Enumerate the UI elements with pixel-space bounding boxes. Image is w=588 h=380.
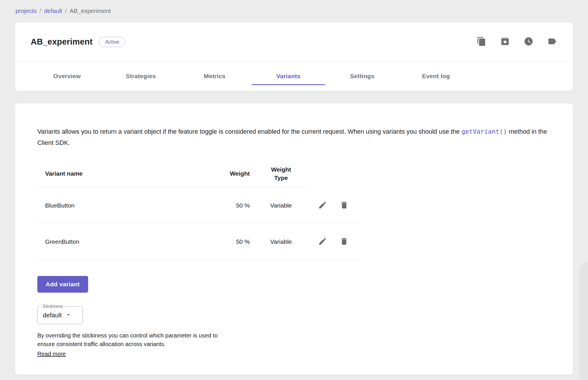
breadcrumb-link-default[interactable]: default — [44, 7, 62, 14]
archive-button[interactable] — [500, 37, 510, 47]
status-badge: Active — [99, 37, 125, 47]
delete-variant-button[interactable] — [340, 201, 349, 210]
tab-event-log[interactable]: Event log — [399, 62, 473, 91]
breadcrumb-current: AB_experiment — [69, 7, 111, 14]
read-more-link[interactable]: Read more — [37, 351, 66, 357]
variants-table: Variant name Weight Weight Type BlueButt… — [37, 160, 360, 260]
archive-icon — [500, 37, 510, 47]
column-header-variant-name: Variant name — [37, 160, 218, 187]
copy-button[interactable] — [476, 37, 487, 47]
tab-metrics[interactable]: Metrics — [178, 62, 252, 91]
tag-button[interactable] — [547, 37, 557, 47]
stickiness-value: default — [43, 312, 62, 319]
tab-variants[interactable]: Variants — [252, 62, 325, 91]
breadcrumb: projects / default / AB_experiment — [0, 0, 588, 14]
cropped-floating-widget — [579, 262, 588, 380]
variants-table-body: BlueButton 50 % Variable — [37, 187, 360, 260]
variant-weight: 50 % — [218, 187, 256, 224]
table-row: BlueButton 50 % Variable — [37, 187, 360, 224]
page-title: AB_experiment — [31, 37, 92, 47]
feature-tabbar: Overview Strategies Metrics Variants Set… — [15, 61, 573, 91]
edit-variant-button[interactable] — [318, 201, 327, 210]
feature-header-row: AB_experiment Active — [15, 22, 573, 61]
column-header-weight-type: Weight Type — [256, 160, 307, 187]
edit-variant-button[interactable] — [318, 237, 327, 247]
variants-description-text: Variants allows you to return a variant … — [37, 128, 460, 135]
variants-panel: Variants allows you to return a variant … — [15, 103, 573, 375]
breadcrumb-separator: / — [40, 7, 41, 14]
stickiness-helper-text: By overriding the stickiness you can con… — [37, 331, 225, 348]
variant-name: GreenButton — [37, 224, 218, 260]
edit-icon — [318, 201, 327, 210]
tab-settings[interactable]: Settings — [325, 62, 399, 91]
edit-icon — [318, 237, 327, 247]
variant-weight-type: Variable — [256, 224, 307, 260]
breadcrumb-separator: / — [65, 7, 67, 14]
delete-icon — [340, 201, 349, 210]
variant-weight-type: Variable — [256, 187, 307, 224]
stickiness-label: Stickiness — [41, 304, 65, 309]
variant-name: BlueButton — [37, 187, 218, 224]
tab-strategies[interactable]: Strategies — [104, 62, 178, 91]
variant-weight: 50 % — [218, 224, 256, 260]
feature-header-card: AB_experiment Active — [15, 22, 573, 91]
variant-actions — [307, 224, 360, 260]
label-icon — [547, 37, 557, 47]
breadcrumb-link-projects[interactable]: projects — [16, 7, 37, 14]
delete-icon — [340, 237, 349, 247]
variant-actions — [307, 187, 360, 224]
variants-table-header: Variant name Weight Weight Type — [37, 160, 360, 187]
chevron-down-icon — [62, 311, 72, 320]
variants-description: Variants allows you to return a variant … — [37, 126, 551, 148]
add-variant-button[interactable]: Add variant — [37, 276, 88, 293]
copy-icon — [477, 37, 486, 47]
table-row: GreenButton 50 % Variable — [37, 224, 360, 260]
column-header-weight: Weight — [218, 160, 256, 187]
header-actions — [476, 37, 557, 47]
getvariant-code: getVariant() — [461, 128, 507, 135]
column-header-actions — [307, 160, 360, 187]
tab-overview[interactable]: Overview — [30, 62, 104, 91]
delete-variant-button[interactable] — [340, 237, 349, 247]
history-icon — [524, 37, 533, 47]
stickiness-select[interactable]: Stickiness default — [37, 306, 83, 324]
history-button[interactable] — [523, 37, 534, 47]
